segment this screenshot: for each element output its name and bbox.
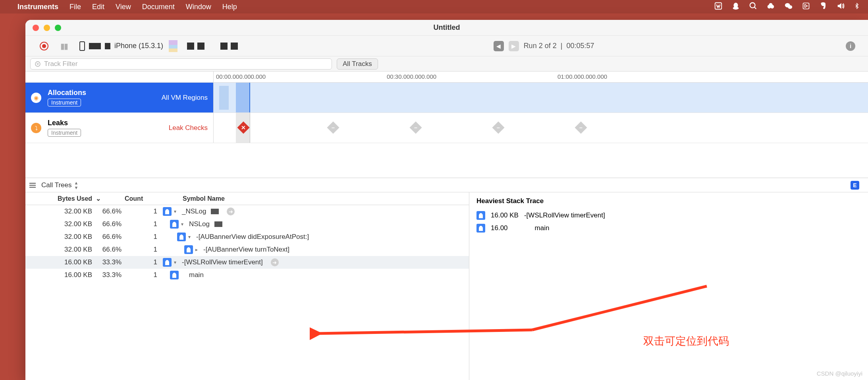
menu-view[interactable]: View	[116, 3, 131, 11]
menu-window[interactable]: Window	[186, 3, 211, 11]
allocations-icon: ◉	[31, 93, 41, 103]
stack-row[interactable]: 16.00 KB -[WSLRollView timerEvent]	[476, 209, 861, 222]
track-filter-input[interactable]: Track Filter	[30, 58, 332, 70]
detail-body: Bytes Used ⌄ Count Symbol Name 32.00 KB6…	[25, 192, 868, 380]
window-title: Untitled	[434, 23, 460, 32]
track-mode[interactable]: Leak Checks	[169, 124, 208, 132]
instruments-window: Untitled ▮▮ iPhone (15.3.1) ◀ ▶ Run 2 of…	[25, 20, 868, 380]
symbol-name: _NSLog	[182, 207, 206, 215]
next-run-button[interactable]: ▶	[509, 41, 519, 51]
wps-icon[interactable]	[714, 2, 723, 12]
user-code-icon	[476, 211, 485, 220]
user-code-icon	[177, 233, 186, 241]
hamburger-icon	[29, 183, 36, 188]
picker-label: Call Trees	[41, 181, 72, 189]
timeline-ruler[interactable]: 00:00.000.000.000 00:30.000.000.000 01:0…	[25, 72, 868, 83]
leaks-icon: ⤵	[31, 123, 41, 133]
stack-row[interactable]: 16.00 main	[476, 222, 861, 235]
wechat-icon[interactable]	[784, 2, 793, 12]
call-tree-row[interactable]: 16.00 KB33.3%1▾-[WSLRollView timerEvent]…	[25, 256, 469, 269]
menu-file[interactable]: File	[69, 3, 81, 11]
stack-bytes: 16.00 KB	[491, 211, 519, 219]
call-tree-row[interactable]: 32.00 KB66.6%1▾-[AUBannerView didExposur…	[25, 231, 469, 243]
window-titlebar: Untitled	[25, 20, 868, 36]
timeline-selection[interactable]	[236, 83, 250, 112]
leak-marker-ok[interactable]: –	[409, 121, 422, 134]
track-leaks[interactable]: ⤵ Leaks Instrument Leak Checks ✕ – – – –	[25, 113, 868, 143]
redacted	[214, 221, 222, 227]
instrument-badge[interactable]: Instrument	[48, 99, 81, 107]
svg-point-3	[750, 2, 755, 8]
track-name: Leaks	[48, 119, 162, 127]
call-tree-row[interactable]: 32.00 KB66.6%1▾NSLog	[25, 218, 469, 231]
call-tree-row[interactable]: 32.00 KB66.6%1▸-[AUBannerView turnToNext…	[25, 243, 469, 256]
disclosure-icon[interactable]: ▾	[181, 221, 187, 227]
evernote-icon[interactable]	[819, 2, 827, 12]
prev-run-button[interactable]: ◀	[494, 41, 504, 51]
volume-icon[interactable]	[836, 2, 845, 12]
timeline-empty	[25, 143, 868, 178]
zoom-button[interactable]	[55, 25, 61, 31]
app-name[interactable]: Instruments	[17, 3, 58, 11]
user-code-icon	[184, 245, 193, 254]
call-tree-row[interactable]: 16.00 KB33.3%1main	[25, 269, 469, 281]
app-icon-1[interactable]	[802, 2, 810, 12]
qq-icon[interactable]	[731, 2, 740, 12]
menu-edit[interactable]: Edit	[92, 3, 104, 11]
device-label: iPhone (15.3.1)	[114, 42, 163, 50]
run-label: Run 2 of 2	[524, 42, 557, 50]
symbol-name: -[AUBannerView didExposureAtPost:]	[196, 233, 309, 241]
menu-help[interactable]: Help	[222, 3, 237, 11]
all-tracks-button[interactable]: All Tracks	[337, 58, 378, 70]
call-tree-row[interactable]: 32.00 KB66.6%1▾_NSLog➜	[25, 205, 469, 218]
stack-title: Heaviest Stack Trace	[476, 197, 861, 205]
search-icon[interactable]	[749, 2, 758, 12]
goto-icon[interactable]: ➜	[227, 207, 235, 215]
detail-header: Call Trees ▲▼ E	[25, 178, 868, 192]
device-selector[interactable]: iPhone (15.3.1)	[79, 41, 163, 51]
record-button[interactable]	[40, 42, 48, 50]
heaviest-stack-pane: Heaviest Stack Trace 16.00 KB -[WSLRollV…	[469, 192, 868, 380]
col-count[interactable]: Count	[125, 195, 163, 202]
goto-icon[interactable]: ➜	[271, 258, 279, 266]
col-bytes-used[interactable]: Bytes Used ⌄	[25, 195, 125, 202]
ruler-tick: 00:00.000.000.000	[216, 73, 266, 80]
elapsed-time: 00:05:57	[566, 42, 594, 50]
window-traffic-lights	[25, 25, 61, 31]
redacted-text	[105, 43, 110, 49]
disclosure-icon[interactable]: ▾	[174, 209, 179, 214]
instrument-badge[interactable]: Instrument	[48, 129, 81, 137]
ruler-tick: 01:00.000.000.000	[557, 73, 607, 80]
watermark: CSDN @qiluoyiyi	[817, 370, 862, 377]
extended-detail-badge[interactable]: E	[851, 181, 859, 190]
leak-marker-ok[interactable]: –	[575, 121, 587, 134]
detail-view-picker[interactable]: Call Trees ▲▼	[29, 180, 78, 190]
svg-rect-9	[803, 3, 809, 9]
toolbar: ▮▮ iPhone (15.3.1) ◀ ▶ Run 2 of 2 | 00:0…	[25, 36, 868, 56]
stack-symbol: main	[535, 224, 550, 232]
redacted-text	[89, 43, 101, 49]
stack-symbol: -[WSLRollView timerEvent]	[524, 211, 605, 219]
close-button[interactable]	[33, 25, 39, 31]
col-symbol[interactable]: Symbol Name	[163, 195, 225, 202]
disclosure-icon[interactable]: ▸	[195, 247, 201, 252]
cloud-icon[interactable]	[766, 2, 775, 12]
leak-marker-ok[interactable]: –	[492, 121, 504, 134]
user-code-icon	[163, 207, 172, 216]
pause-button[interactable]: ▮▮	[60, 41, 68, 51]
track-name: Allocations	[48, 89, 155, 97]
redacted-process	[220, 43, 238, 50]
track-allocations[interactable]: ◉ Allocations Instrument All VM Regions	[25, 83, 868, 113]
minimize-button[interactable]	[44, 25, 50, 31]
symbol-name: main	[189, 271, 204, 279]
user-code-icon	[170, 220, 179, 229]
disclosure-icon[interactable]: ▾	[188, 234, 194, 240]
leak-marker-ok[interactable]: –	[327, 121, 339, 134]
phone-icon	[79, 41, 85, 51]
info-button[interactable]: i	[846, 41, 855, 51]
svg-point-6	[769, 3, 772, 6]
bluetooth-icon[interactable]	[854, 2, 860, 12]
track-mode[interactable]: All VM Regions	[162, 94, 208, 102]
disclosure-icon[interactable]: ▾	[174, 260, 179, 265]
menu-document[interactable]: Document	[142, 3, 175, 11]
